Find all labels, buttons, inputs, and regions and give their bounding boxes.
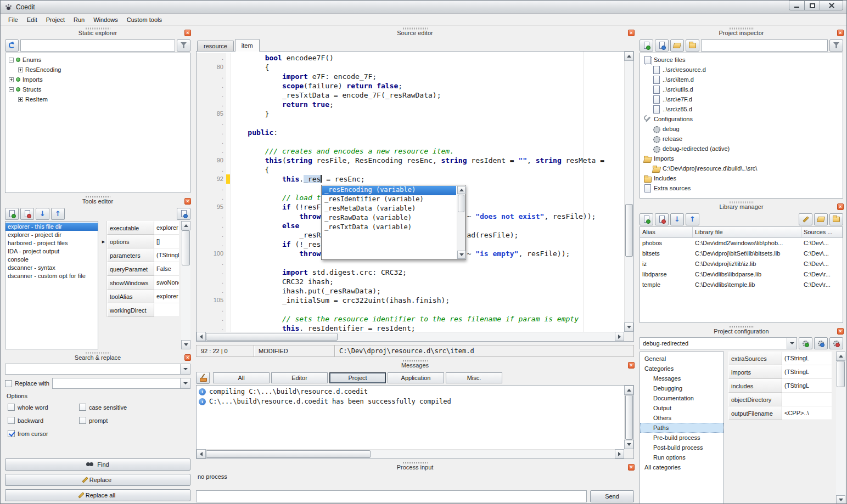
category-debugging[interactable]: Debugging <box>640 383 723 393</box>
message-item[interactable]: compiling C:\...\build\resource.d.coedit <box>197 387 624 397</box>
category-post-build-process[interactable]: Post-build process <box>640 443 723 452</box>
messages-horizontal-scrollbar[interactable] <box>197 449 624 458</box>
tool-list-item[interactable]: dscanner - syntax <box>5 264 98 272</box>
property-value[interactable]: (TStringL <box>782 365 832 379</box>
scroll-left-button[interactable] <box>197 332 206 341</box>
category-pre-build-process[interactable]: Pre-build process <box>640 433 723 443</box>
tree-item-c-dev-dproj-resource-d-build-src[interactable]: C:\Dev\dproj\resource.d\build\..\src\ <box>640 163 843 173</box>
table-row[interactable]: izC:\Dev\dproj\iz\lib\iz.libC:\Dev\... <box>640 259 843 269</box>
property-value[interactable] <box>782 393 832 406</box>
scrollbar-thumb[interactable] <box>206 450 371 458</box>
scrollbar-thumb[interactable] <box>625 204 633 257</box>
menu-item-run[interactable]: Run <box>69 15 89 25</box>
tree-item-release[interactable]: release <box>640 134 843 144</box>
maximize-button[interactable] <box>804 1 820 10</box>
scroll-up-button[interactable] <box>624 52 633 61</box>
execute-tool-button[interactable] <box>177 208 190 220</box>
tree-item-debug-redirected-active[interactable]: debug-redirected (active) <box>640 144 843 154</box>
configuration-scrollbar[interactable] <box>836 352 845 504</box>
scroll-down-button[interactable] <box>181 340 190 349</box>
category-general[interactable]: General <box>640 354 723 364</box>
tool-list-item[interactable]: explorer - this file dir <box>5 223 98 231</box>
menu-item-project[interactable]: Project <box>42 15 69 25</box>
property-value[interactable]: (TStringL <box>782 379 832 393</box>
property-value[interactable]: (TStringL <box>782 352 832 365</box>
property-value[interactable]: [] <box>154 235 179 248</box>
category-output[interactable]: Output <box>640 403 723 413</box>
expand-icon[interactable] <box>18 97 23 102</box>
clear-messages-button[interactable] <box>196 372 210 384</box>
clone-configuration-button[interactable] <box>814 337 828 349</box>
editor-tab-item[interactable]: item <box>235 39 260 52</box>
tree-item-source-files[interactable]: Source files <box>640 55 843 65</box>
menu-item-edit[interactable]: Edit <box>23 15 42 25</box>
tree-item-debug[interactable]: debug <box>640 124 843 134</box>
tree-item-imports[interactable]: Imports <box>640 154 843 163</box>
panel-close-button[interactable] <box>184 354 191 361</box>
property-value[interactable]: False <box>154 262 179 276</box>
panel-close-button[interactable] <box>837 30 844 36</box>
tree-item-configurations[interactable]: Configurations <box>640 114 843 124</box>
move-library-down-button[interactable] <box>670 213 684 225</box>
scrollbar-thumb[interactable] <box>458 195 464 212</box>
minimize-button[interactable] <box>789 1 805 10</box>
tree-item-resitem[interactable]: ResItem <box>5 94 190 104</box>
category-categories[interactable]: Categories <box>640 364 723 373</box>
filter-button-all[interactable]: All <box>213 372 270 383</box>
add-tool-button[interactable] <box>5 208 19 220</box>
menu-item-custom-tools[interactable]: Custom tools <box>122 15 166 25</box>
save-project-button[interactable] <box>686 39 699 52</box>
tree-item-src-e7f-d[interactable]: ..\src\e7F.d <box>640 94 843 104</box>
menu-item-file[interactable]: File <box>4 15 23 25</box>
menu-item-windows[interactable]: Windows <box>89 15 122 25</box>
completion-item[interactable]: _resMetaData (variable) <box>322 205 456 214</box>
tool-list-item[interactable]: IDA - project output <box>5 247 98 256</box>
configuration-combo[interactable]: debug-redirected <box>640 337 797 349</box>
process-input-field[interactable] <box>196 490 587 502</box>
scroll-up-button[interactable] <box>457 186 465 194</box>
panel-close-button[interactable] <box>628 362 635 369</box>
messages-vertical-scrollbar[interactable] <box>624 386 633 449</box>
completion-item[interactable]: _resRawData (variable) <box>322 214 456 223</box>
column-header-sources[interactable]: Sources ... <box>801 227 843 238</box>
checkbox-case-sensitive[interactable]: case sensitive <box>79 404 188 411</box>
scroll-up-button[interactable] <box>181 221 190 230</box>
tree-item-imports[interactable]: Imports <box>5 75 190 84</box>
panel-close-button[interactable] <box>628 464 635 471</box>
tree-item-src-utils-d[interactable]: ..\src\utils.d <box>640 84 843 94</box>
replace-with-checkbox[interactable]: Replace with <box>5 380 49 387</box>
panel-close-button[interactable] <box>184 30 191 36</box>
find-button[interactable]: Find <box>5 458 190 471</box>
panel-close-button[interactable] <box>628 30 635 36</box>
refresh-button[interactable] <box>5 39 19 52</box>
send-button[interactable]: Send <box>590 490 634 502</box>
tool-list-item[interactable]: console <box>5 256 98 264</box>
inspector-filter-input[interactable] <box>701 39 828 52</box>
move-library-up-button[interactable] <box>686 213 699 225</box>
new-project-button[interactable] <box>640 39 653 52</box>
scroll-up-button[interactable] <box>836 352 845 361</box>
dropdown-button[interactable] <box>787 338 796 349</box>
tree-item-structs[interactable]: Structs <box>5 84 190 94</box>
property-value[interactable]: explorer <box>154 221 179 235</box>
editor-vertical-scrollbar[interactable] <box>624 52 633 332</box>
table-row[interactable]: templeC:\Dev\dlibs\temple.libC:\Dev\r... <box>640 280 843 290</box>
tree-item-src-z85-d[interactable]: ..\src\z85.d <box>640 104 843 114</box>
scrollbar-thumb[interactable] <box>837 361 845 387</box>
dropdown-button[interactable] <box>180 364 190 374</box>
category-run-options[interactable]: Run options <box>640 452 723 462</box>
scroll-up-button[interactable] <box>624 386 633 395</box>
filter-button-misc[interactable]: Misc. <box>446 372 502 383</box>
code-area[interactable]: . bool encodee7F()80 {. import e7F: enco… <box>197 52 624 332</box>
remove-tool-button[interactable] <box>20 208 34 220</box>
panel-close-button[interactable] <box>184 198 191 205</box>
checkbox-backward[interactable]: backward <box>8 417 75 424</box>
collapse-icon[interactable] <box>9 58 14 63</box>
code-editor[interactable]: . bool encodee7F()80 {. import e7F: enco… <box>196 51 634 342</box>
column-header-alias[interactable]: Alias <box>640 227 693 238</box>
category-documentation[interactable]: Documentation <box>640 393 723 403</box>
scroll-down-button[interactable] <box>836 495 845 504</box>
checkbox-whole-word[interactable]: whole word <box>8 404 75 411</box>
tree-item-enums[interactable]: Enums <box>5 55 190 65</box>
property-value[interactable] <box>154 303 179 317</box>
